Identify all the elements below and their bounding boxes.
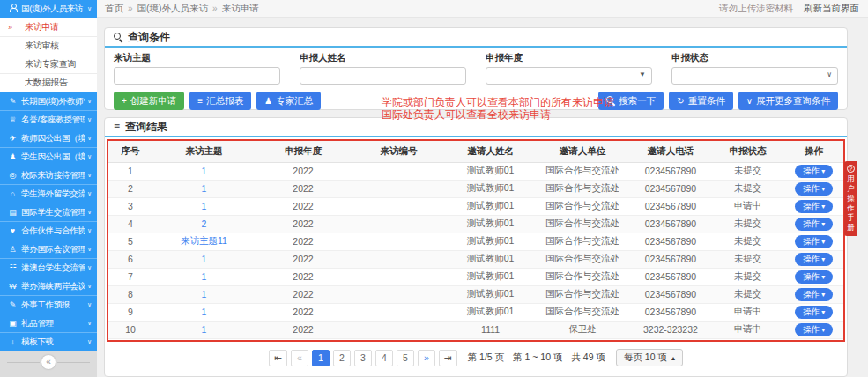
- row-action-button[interactable]: 操作 ▾: [795, 323, 833, 336]
- sidebar-item[interactable]: 来访专家查询: [0, 55, 97, 74]
- page-last-button[interactable]: ⇥: [439, 350, 457, 366]
- chevron-down-icon: ∨: [87, 153, 92, 160]
- expand-more-conditions-button[interactable]: ∨展开更多查询条件: [738, 92, 838, 110]
- sidebar-item[interactable]: ▣礼品管理∨: [0, 314, 97, 333]
- page-number-button[interactable]: 4: [375, 350, 393, 366]
- row-action-button[interactable]: 操作 ▾: [795, 182, 833, 196]
- table-row: 5来访主题112022测试教师01国际合作与交流处0234567890未提交操作…: [108, 233, 843, 250]
- button-label: 搜索一下: [619, 95, 656, 107]
- page-number-button[interactable]: 1: [312, 350, 330, 366]
- chevron-down-icon: ▾: [820, 185, 825, 193]
- visit-topic-link[interactable]: 1: [201, 201, 206, 211]
- sidebar-item[interactable]: 大数据报告: [0, 74, 97, 92]
- sidebar-item-label: 合作伙伴与合作协议管理: [21, 225, 85, 237]
- visit-topic-link[interactable]: 2: [201, 218, 206, 229]
- cell-topic: 1: [152, 303, 256, 321]
- table-row: 10120221111保卫处3232-323232申请中操作 ▾: [108, 321, 843, 338]
- page-prev-button[interactable]: «: [291, 350, 308, 366]
- visit-topic-field[interactable]: [114, 67, 280, 85]
- row-action-button[interactable]: 操作 ▾: [795, 218, 833, 231]
- row-action-button[interactable]: 操作 ▾: [795, 270, 833, 284]
- refresh-page-link[interactable]: 刷新当前界面: [804, 3, 859, 15]
- sidebar-item[interactable]: ▤国际学生交流管理∨: [0, 203, 97, 222]
- sidebar-item[interactable]: ✎外事工作预报∨: [0, 296, 97, 314]
- document-icon: ▤: [7, 208, 19, 217]
- user-manual-tab[interactable]: ? 用户操作手册: [844, 161, 857, 236]
- page-first-button[interactable]: ⇤: [269, 350, 287, 366]
- secrecy-notice: 请勿上传涉密材料: [719, 3, 793, 15]
- action-label: 操作: [803, 201, 820, 211]
- row-action-button[interactable]: 操作 ▾: [795, 165, 833, 178]
- sidebar-item[interactable]: ♟学生因公出国（境）管理∨: [0, 148, 97, 166]
- page-size-dropdown[interactable]: 每页 10 项▴: [616, 349, 683, 366]
- table-row: 612022测试教师01国际合作与交流处0234567890未提交操作 ▾: [108, 250, 843, 268]
- visit-topic-link[interactable]: 1: [201, 289, 206, 299]
- page-number-button[interactable]: 2: [333, 350, 351, 366]
- page-number-button[interactable]: 3: [354, 350, 372, 366]
- breadcrumb-item[interactable]: 首页: [105, 3, 123, 15]
- column-header: 来访编号: [351, 141, 446, 162]
- chevron-down-icon: ∨: [87, 301, 92, 308]
- sidebar-item[interactable]: ⌂学生海外留学交流管理∨: [0, 185, 97, 203]
- cell-inviter-phone: 3232-323232: [630, 321, 711, 338]
- table-row: 422022测试教师01国际合作与交流处0234567890未提交操作 ▾: [108, 215, 843, 233]
- sidebar-item[interactable]: ◎校际来访接待管理∨: [0, 166, 97, 185]
- row-action-button[interactable]: 操作 ▾: [795, 306, 833, 319]
- query-fields: 来访主题申报人姓名申报年度▼申报状态∨: [114, 52, 838, 85]
- breadcrumb-item[interactable]: 国(境)外人员来访: [137, 3, 209, 15]
- cell-seq: 4: [108, 215, 152, 233]
- sidebar-item[interactable]: ✎长期国(境)外教师管理∨: [0, 92, 97, 111]
- cell-status: 申请中: [711, 321, 784, 338]
- sidebar-item[interactable]: ♕名誉/客座教授管理∨: [0, 111, 97, 129]
- sidebar-item-label: 教师因公出国（境）管理: [21, 133, 85, 144]
- cell-inviter-phone: 0234567890: [630, 215, 711, 233]
- sidebar-item[interactable]: ♙举办国际会议管理∨: [0, 240, 97, 259]
- cell-inviter-phone: 0234567890: [630, 162, 711, 180]
- cell-inviter: 测试教师01: [447, 197, 535, 215]
- visit-topic-link[interactable]: 1: [201, 271, 206, 282]
- summary-report-button[interactable]: ≡汇总报表: [189, 92, 251, 110]
- sidebar-item[interactable]: »来访申请: [0, 18, 97, 37]
- page-next-button[interactable]: »: [418, 350, 435, 366]
- sidebar-collapse-button[interactable]: «: [41, 355, 56, 369]
- sidebar-item-label: 大数据报告: [25, 77, 92, 89]
- visit-topic-link[interactable]: 来访主题11: [181, 235, 227, 246]
- cell-inviter-unit: 国际合作与交流处: [535, 197, 630, 215]
- sidebar-item-label: 学生因公出国（境）管理: [21, 152, 85, 163]
- user-manual-tab-label: 册: [847, 223, 855, 232]
- visit-topic-link[interactable]: 1: [201, 307, 206, 317]
- sidebar-item[interactable]: ♥合作伙伴与合作协议管理∨: [0, 222, 97, 240]
- reset-conditions-button[interactable]: ↻重置条件: [669, 92, 732, 110]
- cell-status: 未提交: [711, 268, 784, 285]
- expert-summary-button[interactable]: ♟专家汇总: [256, 92, 321, 110]
- row-action-button[interactable]: 操作 ▾: [795, 235, 833, 248]
- visit-topic-link[interactable]: 1: [201, 254, 206, 264]
- sidebar-item[interactable]: ₩举办海峡两岸会议申报∨: [0, 277, 97, 296]
- sidebar-item[interactable]: 国(境)外人员来访∨: [0, 0, 97, 18]
- sidebar-item[interactable]: ↓模板下载∨: [0, 333, 97, 351]
- row-action-button[interactable]: 操作 ▾: [795, 253, 833, 266]
- breadcrumb-separator: »: [212, 4, 218, 13]
- sidebar-item[interactable]: ✈教师因公出国（境）管理∨: [0, 129, 97, 148]
- sidebar-item[interactable]: ☷港澳台学生交流管理∨: [0, 259, 97, 277]
- list-icon: ≡: [197, 96, 203, 106]
- cell-topic: 1: [152, 180, 256, 197]
- cell-visit-no: [351, 197, 446, 215]
- visit-topic-link[interactable]: 1: [201, 166, 206, 176]
- create-application-button[interactable]: +创建新申请: [114, 92, 184, 110]
- user-manual-tab-label: 户: [847, 184, 855, 193]
- report-year-field[interactable]: ▼: [486, 67, 652, 85]
- visit-topic-link[interactable]: 1: [201, 324, 206, 335]
- cell-inviter-unit: 国际合作与交流处: [535, 285, 630, 303]
- action-label: 操作: [803, 289, 820, 299]
- applicant-name-field[interactable]: [300, 67, 466, 85]
- chevron-down-icon: ∨: [87, 246, 92, 253]
- page-size-label: 每页 10 项: [624, 351, 667, 364]
- visit-topic-link[interactable]: 1: [201, 183, 206, 194]
- row-action-button[interactable]: 操作 ▾: [795, 200, 833, 213]
- row-action-button[interactable]: 操作 ▾: [795, 288, 833, 301]
- report-status-field[interactable]: ∨: [671, 67, 838, 85]
- sidebar-item[interactable]: 来访审核: [0, 37, 97, 55]
- page-number-button[interactable]: 5: [397, 350, 414, 366]
- column-header: 序号: [108, 141, 152, 162]
